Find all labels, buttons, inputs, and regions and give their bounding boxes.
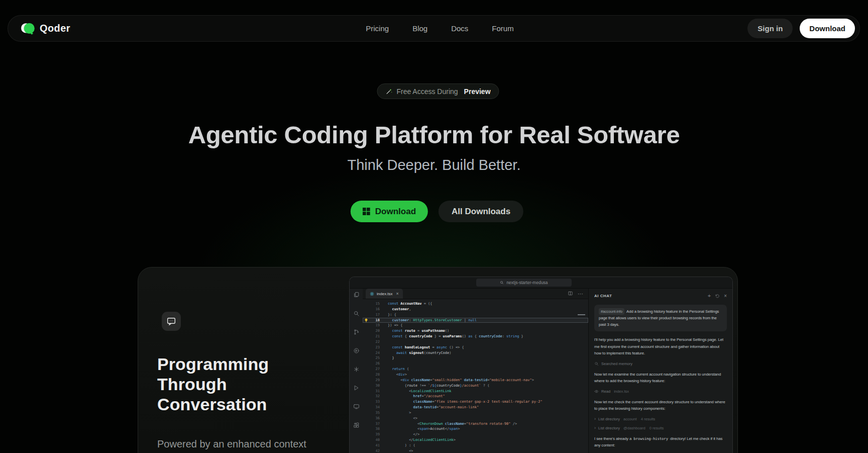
code-line: 34 data-testid="account-main-link": [363, 405, 588, 410]
sign-in-button[interactable]: Sign in: [747, 19, 793, 38]
editor-area: index.tsx × ⋯ 15const AccountNav = ({16 …: [363, 289, 588, 453]
tool-label: List directory: [598, 417, 620, 421]
eye-icon: [594, 389, 599, 394]
nav-link-docs[interactable]: Docs: [451, 24, 468, 33]
nav-download-button[interactable]: Download: [800, 19, 855, 38]
tool-result: 0 results: [649, 426, 664, 430]
code-text: <LocalizedClientLink: [388, 389, 451, 394]
line-number: 36: [363, 416, 380, 421]
line-number: 30: [363, 383, 380, 389]
qoder-landing-page: Qoder PricingBlogDocsForum Sign in Downl…: [0, 0, 868, 453]
nav-links: PricingBlogDocsForum: [366, 24, 513, 33]
code-text: className="flex items-center gap-x-2 tex…: [388, 399, 542, 405]
lightbulb-icon: [364, 318, 368, 322]
line-number: 20: [363, 328, 380, 334]
chat-assistant-text: I'll help you add a browsing history fea…: [594, 336, 727, 357]
chevron-icon: ›: [594, 417, 596, 421]
code-line: 20 const route = usePathname(): [363, 328, 588, 334]
all-downloads-button[interactable]: All Downloads: [439, 201, 523, 222]
chat-bubble-icon: [162, 312, 181, 331]
windows-icon: [363, 208, 370, 215]
brand-name: Qoder: [40, 23, 70, 34]
chat-tool-call: ›List directory@dashboard0 results: [594, 426, 727, 430]
line-number: 31: [363, 389, 380, 394]
qoder-logo-icon: [21, 22, 35, 35]
line-number: 16: [363, 307, 380, 312]
code-line: 25 }: [363, 355, 588, 361]
code-line: 36 <>: [363, 416, 588, 421]
inline-code: browsing-history: [632, 436, 669, 441]
workspace-name: nextjs-starter-medusa: [506, 280, 548, 285]
code-line: 17}: {: [363, 312, 588, 318]
tabbar-actions: ⋯: [568, 291, 583, 296]
badge-highlight: Preview: [464, 87, 491, 96]
code-line: 29 <div className="small:hidden" data-te…: [363, 378, 588, 383]
code-line: 16 customer,: [363, 307, 588, 312]
tool-param: account: [623, 417, 637, 421]
tool-label: Read: [601, 389, 610, 394]
code-line: 22: [363, 339, 588, 345]
chat-body: #account-infoAdd a browsing history feat…: [594, 299, 727, 453]
tab-index-tsx: index.tsx ×: [366, 289, 403, 299]
line-number: 24: [363, 350, 380, 356]
ide-main: index.tsx × ⋯ 15const AccountNav = ({16 …: [350, 289, 732, 453]
code-line: 42 <>: [363, 448, 588, 453]
code-text: const route = usePathname(): [388, 328, 449, 334]
code-text: <ChevronDown className="transform rotate…: [388, 421, 517, 427]
code-line: 32 href="/account": [363, 394, 588, 399]
code-line: 39 </>: [363, 432, 588, 437]
editor-tabbar: index.tsx × ⋯: [363, 289, 588, 299]
line-number: 42: [363, 448, 380, 453]
source-control-icon: [353, 329, 360, 335]
code-line: 33 className="flex items-center gap-x-2 …: [363, 399, 588, 405]
code-line: 26: [363, 361, 588, 367]
nav-link-blog[interactable]: Blog: [412, 24, 427, 33]
line-number: 19: [363, 323, 380, 328]
code-line: 27 return (: [363, 367, 588, 372]
code-text: <div className="small:hidden" data-testi…: [388, 378, 534, 383]
code-text: data-testid="account-main-link": [388, 405, 479, 410]
code-line: 38 <span>Account</span>: [363, 426, 588, 432]
feature-heading-line: Through: [157, 374, 269, 394]
code-text: <div>: [388, 372, 407, 378]
nav-link-pricing[interactable]: Pricing: [366, 24, 389, 33]
code-area: 15const AccountNav = ({16 customer,17}: …: [363, 299, 588, 453]
brand-home-link[interactable]: Qoder: [21, 22, 70, 35]
code-text: return (: [388, 367, 409, 372]
line-number: 32: [363, 394, 380, 399]
debug-icon: [353, 385, 360, 391]
code-line: 24 await signout(countryCode): [363, 350, 588, 356]
feature-card: ProgrammingThroughConversation Powered b…: [138, 267, 738, 453]
ide-search-box: nextjs-starter-medusa: [476, 279, 572, 287]
ai-chat-panel: AI CHAT +× #account-infoAdd a browsing h…: [588, 289, 732, 453]
code-line: 28 <div>: [363, 372, 588, 378]
nav-link-forum[interactable]: Forum: [492, 24, 513, 33]
tab-label: index.tsx: [377, 292, 393, 296]
hero-subtitle: Think Deeper. Build Better.: [0, 157, 868, 173]
chat-panel-title: AI CHAT: [594, 294, 612, 298]
react-icon: [370, 292, 374, 296]
code-line: 19}) => {: [363, 323, 588, 328]
line-number: 27: [363, 367, 380, 372]
test-icon: [353, 366, 360, 373]
chat-user-message: #account-infoAdd a browsing history feat…: [594, 305, 727, 331]
context-chip: #account-info: [599, 308, 624, 315]
tool-label: Searched memory: [601, 361, 632, 366]
line-number: 37: [363, 421, 380, 427]
code-text: const handleLogout = async () => {: [388, 345, 464, 350]
line-number: 28: [363, 372, 380, 378]
feature-heading: ProgrammingThroughConversation: [157, 354, 269, 414]
activity-bar: [350, 289, 363, 453]
code-text: }: [388, 355, 394, 361]
hero-download-button[interactable]: Download: [351, 201, 428, 222]
code-line: 23 const handleLogout = async () => {: [363, 345, 588, 350]
code-text: customer,: [388, 307, 411, 312]
ide-mockup: nextjs-starter-medusa: [349, 277, 733, 453]
code-line: 18 customer: HttpTypes.StoreCustomer | n…: [363, 318, 588, 323]
tool-param: index.tsx: [614, 389, 629, 394]
split-editor-icon: [568, 291, 573, 296]
feature-description: Powered by an enhanced context engine,: [157, 437, 331, 453]
code-line: 21 const { countryCode } = useParams() a…: [363, 334, 588, 339]
code-line: 15const AccountNav = ({: [363, 301, 588, 307]
line-number: 26: [363, 361, 380, 367]
